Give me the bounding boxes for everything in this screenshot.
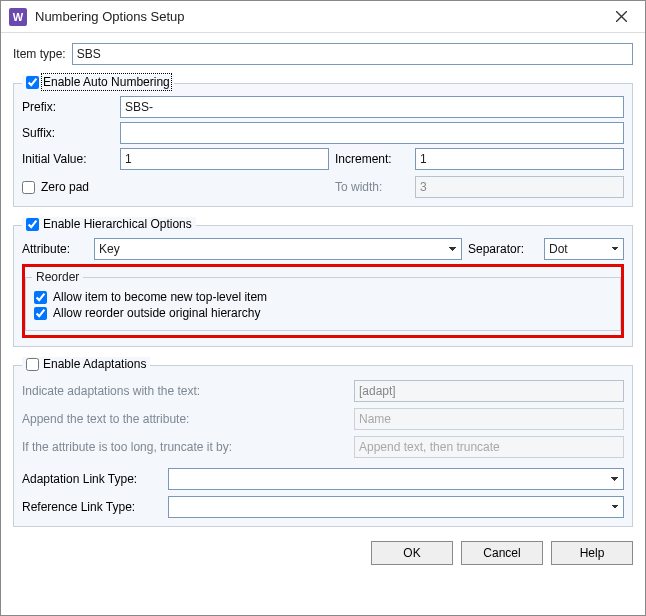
item-type-label: Item type:	[13, 47, 66, 61]
enable-hierarchical-checkbox[interactable]	[26, 218, 39, 231]
item-type-input[interactable]	[72, 43, 633, 65]
item-type-row: Item type:	[13, 43, 633, 65]
separator-label: Separator:	[468, 242, 538, 256]
ok-button[interactable]: OK	[371, 541, 453, 565]
link-type-grid: Adaptation Link Type: Reference Link Typ…	[22, 468, 624, 518]
hierarchical-toggle: Enable Hierarchical Options	[22, 217, 196, 231]
enable-adaptations-checkbox[interactable]	[26, 358, 39, 371]
hierarchical-group: Enable Hierarchical Options Attribute: K…	[13, 225, 633, 347]
auto-numbering-group: Enable Auto Numbering Prefix: Suffix: In…	[13, 83, 633, 207]
initial-value-label: Initial Value:	[22, 152, 114, 166]
allow-outside-label: Allow reorder outside original hierarchy	[53, 306, 260, 320]
reorder-highlight: Reorder Allow item to become new top-lev…	[22, 264, 624, 338]
allow-top-level-label: Allow item to become new top-level item	[53, 290, 267, 304]
truncate-select: Append text, then truncate	[354, 436, 624, 458]
auto-numbering-toggle: Enable Auto Numbering	[22, 75, 174, 89]
indicate-label: Indicate adaptations with the text:	[22, 384, 348, 398]
adaptations-toggle: Enable Adaptations	[22, 357, 150, 371]
increment-label: Increment:	[335, 152, 409, 166]
titlebar: W Numbering Options Setup	[1, 1, 645, 33]
window-title: Numbering Options Setup	[35, 9, 601, 24]
reorder-fieldset: Reorder Allow item to become new top-lev…	[25, 277, 621, 331]
close-icon	[616, 11, 627, 22]
app-icon: W	[9, 8, 27, 26]
indicate-input	[354, 380, 624, 402]
allow-top-level-checkbox[interactable]	[34, 291, 47, 304]
suffix-input[interactable]	[120, 122, 624, 144]
dialog-window: W Numbering Options Setup Item type: Ena…	[0, 0, 646, 616]
ref-link-select[interactable]	[168, 496, 624, 518]
initial-value-input[interactable]	[120, 148, 329, 170]
adapt-link-select[interactable]	[168, 468, 624, 490]
zero-pad-row: Zero pad To width:	[22, 176, 624, 198]
enable-auto-numbering-checkbox[interactable]	[26, 76, 39, 89]
prefix-input[interactable]	[120, 96, 624, 118]
button-bar: OK Cancel Help	[13, 535, 633, 565]
attribute-select[interactable]: Key	[94, 238, 462, 260]
attribute-label: Attribute:	[22, 242, 88, 256]
to-width-input	[415, 176, 624, 198]
prefix-label: Prefix:	[22, 100, 114, 114]
zero-pad-label: Zero pad	[41, 180, 89, 194]
enable-hierarchical-label: Enable Hierarchical Options	[43, 217, 192, 231]
adaptations-fields: Indicate adaptations with the text: Appe…	[22, 380, 624, 458]
prefix-suffix-grid: Prefix: Suffix:	[22, 96, 624, 144]
enable-auto-numbering-label: Enable Auto Numbering	[43, 75, 170, 89]
zero-pad-checkbox[interactable]	[22, 181, 35, 194]
increment-input[interactable]	[415, 148, 624, 170]
truncate-label: If the attribute is too long, truncate i…	[22, 440, 348, 454]
append-select: Name	[354, 408, 624, 430]
initial-increment-row: Initial Value: Increment:	[22, 148, 624, 170]
ref-link-label: Reference Link Type:	[22, 500, 162, 514]
suffix-label: Suffix:	[22, 126, 114, 140]
to-width-label: To width:	[335, 180, 409, 194]
separator-select[interactable]: Dot	[544, 238, 624, 260]
append-label: Append the text to the attribute:	[22, 412, 348, 426]
adaptations-group: Enable Adaptations Indicate adaptations …	[13, 365, 633, 527]
adapt-link-label: Adaptation Link Type:	[22, 472, 162, 486]
help-button[interactable]: Help	[551, 541, 633, 565]
dialog-body: Item type: Enable Auto Numbering Prefix:…	[1, 33, 645, 615]
cancel-button[interactable]: Cancel	[461, 541, 543, 565]
close-button[interactable]	[601, 3, 641, 31]
enable-adaptations-label: Enable Adaptations	[43, 357, 146, 371]
reorder-legend: Reorder	[32, 270, 83, 284]
allow-outside-checkbox[interactable]	[34, 307, 47, 320]
hierarchical-attr-row: Attribute: Key Separator: Dot	[22, 238, 624, 260]
